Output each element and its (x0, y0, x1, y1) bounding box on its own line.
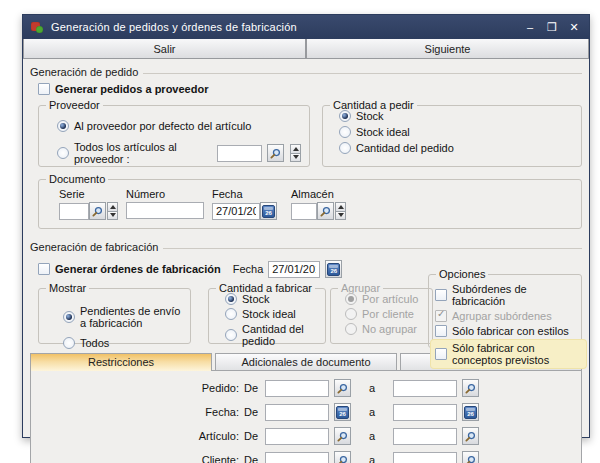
group-agrupar-label: Agrupar (338, 282, 383, 294)
almacen-spinner (335, 202, 346, 220)
search-icon (337, 431, 348, 442)
serie-search-button[interactable] (89, 202, 106, 220)
radio-icon (345, 323, 357, 335)
almacen-input[interactable] (291, 203, 317, 220)
fabricacion-body: Generar órdenes de fabricación Fecha 26 … (30, 260, 582, 344)
close-icon[interactable]: ✕ (567, 20, 581, 34)
checkbox-box (38, 263, 50, 275)
tab-restricciones[interactable]: Restricciones (30, 353, 212, 371)
radio-pendientes-envio[interactable]: Pendientes de envío a fabricación (63, 305, 182, 329)
pedido-de-search-button[interactable] (334, 379, 351, 397)
fecha-a-calendar-button[interactable]: 26 (462, 403, 479, 421)
section-title: Generación de pedido (30, 66, 138, 78)
toolbar: Salir Siguiente (23, 39, 589, 59)
cliente-a-search-button[interactable] (462, 451, 479, 463)
a-label: a (356, 406, 388, 418)
checkbox-label: Generar órdenes de fabricación (55, 263, 221, 275)
tab-adicionales-documento[interactable]: Adicionales de documento (215, 353, 397, 370)
radio-label: Stock ideal (242, 308, 296, 320)
radio-por-articulo: Por artículo (345, 293, 424, 305)
radio-stock-ideal[interactable]: Stock ideal (339, 126, 573, 138)
fecha-de-input[interactable] (265, 404, 329, 421)
spin-down-icon[interactable] (107, 211, 118, 221)
checkbox-label: Sólo fabricar con estilos (452, 325, 569, 337)
tab-panel-restricciones: Pedido: De a (30, 370, 582, 463)
siguiente-button[interactable]: Siguiente (306, 39, 589, 59)
cliente-de-input[interactable] (265, 452, 329, 463)
radio-icon (63, 337, 75, 349)
radio-fab-stock[interactable]: Stock (225, 293, 317, 305)
radio-stock[interactable]: Stock (339, 110, 573, 122)
de-label: De (244, 454, 260, 463)
checkbox-box (435, 289, 447, 301)
proveedor-spinner (290, 144, 301, 162)
section-title: Generación de fabricación (30, 241, 158, 253)
radio-label: Stock (356, 110, 384, 122)
fabricacion-calendar-button[interactable]: 26 (325, 260, 342, 278)
pedido-de-input[interactable] (265, 380, 329, 397)
calendar-icon: 26 (464, 406, 477, 419)
fecha-label: Fecha (233, 263, 264, 275)
radio-todos-articulos[interactable]: Todos los artículos al proveedor : (57, 141, 301, 165)
spin-down-icon[interactable] (290, 153, 301, 163)
spin-down-icon[interactable] (335, 211, 346, 221)
minimize-icon[interactable]: – (523, 20, 537, 34)
radio-label: Stock ideal (356, 126, 410, 138)
search-icon (337, 383, 348, 394)
fecha-input[interactable] (212, 203, 260, 220)
main-content: Generación de pedido Generar pedidos a p… (23, 59, 589, 463)
pedido-a-search-button[interactable] (462, 379, 479, 397)
articulo-a-input[interactable] (393, 428, 457, 445)
radio-no-agrupar: No agrupar (345, 323, 424, 335)
group-proveedor: Proveedor Al proveedor por defecto del a… (38, 105, 310, 167)
numero-label: Número (126, 188, 204, 200)
fecha-calendar-button[interactable]: 26 (260, 202, 277, 220)
radio-label: Por cliente (362, 308, 414, 320)
cliente-a-input[interactable] (393, 452, 457, 463)
checkbox-box (38, 83, 50, 95)
fabricacion-fecha-input[interactable] (268, 261, 320, 278)
pedido-a-input[interactable] (393, 380, 457, 397)
articulo-de-search-button[interactable] (334, 427, 351, 445)
calendar-icon: 26 (327, 263, 340, 276)
radio-proveedor-defecto[interactable]: Al proveedor por defecto del artículo (57, 120, 301, 132)
de-label: De (244, 406, 260, 418)
checkbox-generar-pedidos[interactable]: Generar pedidos a proveedor (38, 83, 582, 95)
radio-icon (57, 147, 69, 159)
serie-input[interactable] (59, 203, 89, 220)
search-icon (270, 148, 281, 159)
salir-button[interactable]: Salir (23, 39, 306, 59)
maximize-icon[interactable]: ❒ (545, 20, 559, 34)
radio-todos[interactable]: Todos (63, 337, 182, 349)
proveedor-search-button[interactable] (267, 144, 284, 162)
radio-icon (339, 142, 351, 154)
titlebar[interactable]: Generación de pedidos y órdenes de fabri… (23, 15, 589, 39)
radio-fab-cantidad-pedido[interactable]: Cantidad del pedido (225, 323, 317, 347)
radio-cantidad-pedido[interactable]: Cantidad del pedido (339, 142, 573, 154)
group-proveedor-label: Proveedor (46, 99, 103, 111)
checkbox-solo-conceptos[interactable]: Sólo fabricar con conceptos previstos (431, 340, 586, 368)
checkbox-solo-estilos[interactable]: Sólo fabricar con estilos (435, 325, 577, 337)
fabricacion-fecha-group: Fecha 26 (233, 260, 343, 278)
section-generacion-fabricacion-header: Generación de fabricación (30, 241, 582, 253)
checkbox-label: Generar pedidos a proveedor (55, 83, 208, 95)
checkbox-generar-ordenes[interactable]: Generar órdenes de fabricación (38, 263, 221, 275)
radio-fab-stock-ideal[interactable]: Stock ideal (225, 308, 317, 320)
cliente-de-search-button[interactable] (334, 451, 351, 463)
group-opciones: Opciones Subórdenes de fabricación Agrup… (428, 274, 582, 348)
restriction-row-fecha: Fecha: De 26 a 26 (189, 403, 581, 421)
checkbox-subordenes[interactable]: Subórdenes de fabricación (435, 283, 577, 307)
radio-label: Al proveedor por defecto del artículo (74, 120, 251, 132)
search-icon (92, 206, 103, 217)
numero-input[interactable] (126, 202, 204, 219)
fecha-de-calendar-button[interactable]: 26 (334, 403, 351, 421)
group-agrupar: Agrupar Por artículo Por cliente No agru… (330, 288, 433, 344)
fecha-a-input[interactable] (393, 404, 457, 421)
radio-label: Stock (242, 293, 270, 305)
proveedor-code-input[interactable] (217, 145, 262, 162)
checkbox-box (435, 325, 447, 337)
articulo-a-search-button[interactable] (462, 427, 479, 445)
articulo-de-input[interactable] (265, 428, 329, 445)
almacen-search-button[interactable] (317, 202, 334, 220)
radio-label: Por artículo (362, 293, 418, 305)
